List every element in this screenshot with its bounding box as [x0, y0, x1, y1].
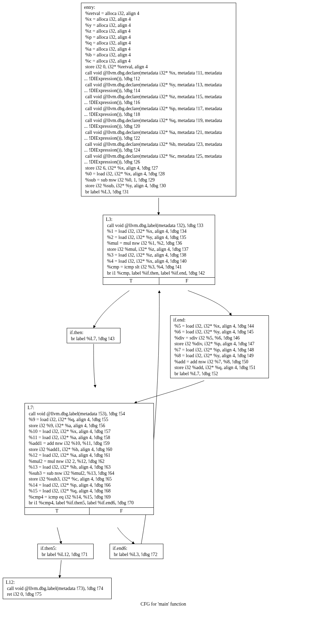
diagram-caption: CFG for 'main' function — [112, 602, 214, 607]
node-entry: entry: %retval = alloca i32, align 4 %x … — [81, 3, 236, 196]
branch-false: F — [89, 508, 154, 515]
branch-true: T — [25, 508, 89, 515]
node-l7-branches: T F — [25, 507, 153, 515]
branch-false: F — [159, 278, 215, 284]
node-l12-body: L12: call void @llvm.dbg.label(metadata … — [3, 578, 111, 599]
node-if-then-body: if.then: br label %L7, !dbg !43 — [67, 328, 120, 343]
node-if-then: if.then: br label %L7, !dbg !43 — [67, 328, 120, 343]
branch-true: T — [103, 278, 159, 284]
node-if-then5-body: if.then5: br label %L12, !dbg !71 — [38, 544, 93, 559]
node-l7-body: L7: call void @llvm.dbg.label(metadata !… — [25, 403, 153, 507]
node-l3-branches: T F — [103, 277, 215, 284]
node-if-end: if.end: %5 = load i32, i32* %x, align 4,… — [170, 315, 269, 378]
cfg-canvas: entry: %retval = alloca i32, align 4 %x … — [0, 0, 324, 644]
node-l12: L12: call void @llvm.dbg.label(metadata … — [3, 578, 112, 599]
node-l3-body: L3: call void @llvm.dbg.label(metadata !… — [103, 215, 215, 277]
node-if-end6-body: if.end6: br label %L3, !dbg !72 — [110, 544, 163, 559]
node-if-end6: if.end6: br label %L3, !dbg !72 — [110, 544, 163, 559]
node-if-then5: if.then5: br label %L12, !dbg !71 — [37, 544, 94, 559]
node-if-end-body: if.end: %5 = load i32, i32* %x, align 4,… — [171, 316, 269, 378]
node-l3: L3: call void @llvm.dbg.label(metadata !… — [103, 215, 215, 285]
node-entry-body: entry: %retval = alloca i32, align 4 %x … — [81, 3, 236, 196]
node-l7: L7: call void @llvm.dbg.label(metadata !… — [25, 403, 154, 515]
